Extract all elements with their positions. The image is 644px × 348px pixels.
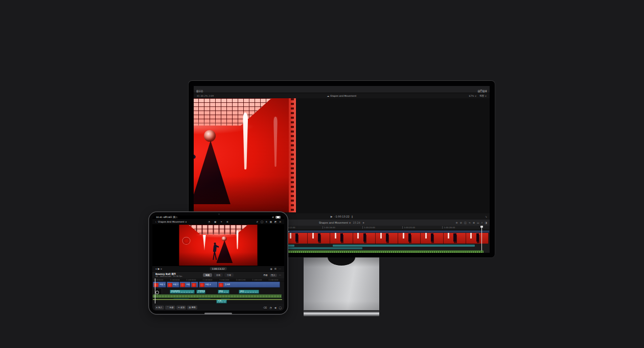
ipad: 10:41 4月18日 周二 ≋ ‹ Shapes And Movement ∨… xyxy=(148,211,288,315)
status-time: 10:41 xyxy=(156,216,163,219)
toolbar-icon[interactable]: ◔ xyxy=(208,221,210,223)
chrome-sphere xyxy=(204,130,216,142)
fcp-toolbar: ▥↓◴ ▤▦▥⬆ xyxy=(194,86,490,93)
background: ▥↓◴ ▤▦▥⬆ 41:30.2% 2:09 ☁ Shapes and Move… xyxy=(0,0,644,348)
ruler-tick: 1:00:06:00 xyxy=(187,279,196,280)
transport-icon[interactable]: ◉ xyxy=(270,267,272,270)
arch-light xyxy=(243,113,248,170)
ruler-tick: 1:00:28:00 xyxy=(442,226,455,229)
playhead[interactable] xyxy=(481,226,482,251)
clip-thumbnail xyxy=(200,283,204,288)
primary-storyline-clip[interactable] xyxy=(191,281,198,288)
cloud-icon: ☁ xyxy=(327,95,330,97)
browser-tab[interactable]: 音频 xyxy=(214,273,223,277)
arch-light xyxy=(236,230,239,249)
front-camera xyxy=(218,213,220,215)
ipad-bottom-toolbar: ▸插入⌒连接⇥追加▤覆盖 ⌫◔◀◯ xyxy=(152,304,284,311)
ipad-toolbar: ‹ Shapes And Movement ∨ ◔▣✶⊗ ↺◯π▦◩⊖ xyxy=(152,219,284,224)
previous-button[interactable]: « xyxy=(155,267,157,270)
clip-thumbnail xyxy=(168,283,172,288)
connected-title-clip[interactable]: 模糊 xyxy=(218,290,229,294)
project-meta: 4K · 3840×2160 · 23.98 fps xyxy=(155,275,182,277)
edit-action-button[interactable]: ▸插入 xyxy=(155,306,164,310)
toolbar-icon[interactable]: π xyxy=(266,221,267,223)
timeline-duration: 15:24 xyxy=(353,221,360,224)
ruler-tick: 1:00:20:00 xyxy=(362,226,375,229)
clip-thumbnail xyxy=(180,283,185,288)
transport-icon[interactable]: ⋯ xyxy=(279,267,281,270)
toolbar-icon[interactable]: ◯ xyxy=(261,221,263,223)
connected-title-clip[interactable]: 高光 xyxy=(239,290,259,294)
project-title: ☁ Shapes and Movement xyxy=(194,95,490,97)
status-date: 4月18日 周二 xyxy=(163,216,177,219)
connected-title-clip[interactable]: 移动和缩放 xyxy=(170,290,195,294)
edit-action-button[interactable]: ⌒连接 xyxy=(165,306,175,310)
ipad-music-track[interactable] xyxy=(153,294,282,298)
connected-title-clip[interactable]: 文本 xyxy=(216,299,227,303)
led-strip xyxy=(289,98,296,212)
primary-storyline-clip[interactable]: 片段 4 xyxy=(199,281,218,288)
audio-clip[interactable] xyxy=(333,245,475,247)
timecode-chip[interactable]: 1:00:13:22 xyxy=(210,267,227,270)
toolbar-icon[interactable]: ◩ xyxy=(274,221,277,223)
video-preview[interactable] xyxy=(194,98,296,212)
import-button[interactable]: 导入 xyxy=(270,274,277,277)
view-toggle-icon[interactable]: ⬆ xyxy=(485,90,487,93)
play-button[interactable]: ▶ xyxy=(158,267,160,270)
browser-tab[interactable]: 字幕 xyxy=(224,273,234,277)
ipad-timeline: 1:00:02:001:00:04:001:00:06:001:00:08:00… xyxy=(152,278,284,304)
battery-icon xyxy=(275,216,281,219)
ipad-status-bar: 10:41 4月18日 周二 ≋ xyxy=(152,215,284,219)
ruler-tick: 1:00:12:00 xyxy=(236,279,245,280)
toolbar-icon[interactable]: ⊖ xyxy=(279,221,281,223)
connected-title-clip[interactable]: 不透明度 xyxy=(196,290,205,294)
fcp-title-row: 41:30.2% 2:09 ☁ Shapes and Movement 67% … xyxy=(194,93,490,98)
next-button[interactable]: » xyxy=(160,267,162,270)
toolbar-icon[interactable]: ↺ xyxy=(256,221,258,223)
expand-icon[interactable]: ↘ xyxy=(485,215,487,218)
ipad-video-preview[interactable] xyxy=(179,225,258,266)
browser-tab[interactable]: 视频 xyxy=(203,273,212,277)
arch-light-dim xyxy=(273,117,278,167)
primary-storyline-clip[interactable]: 片段 3 xyxy=(179,281,190,288)
ipad-browser-bar: Bouncy Ball 项目 4K · 3840×2160 · 23.98 fp… xyxy=(152,271,284,278)
ruler-tick: 1:00:16:00 xyxy=(323,226,335,229)
transport-icon[interactable]: ⊞ xyxy=(274,267,277,270)
bottombar-icon[interactable]: ⌫ xyxy=(263,306,267,309)
ruler-tick: 1:00:24:00 xyxy=(402,226,415,229)
browser-icon[interactable]: ▦ xyxy=(265,274,267,276)
more-icon[interactable]: ⋯ xyxy=(279,274,282,276)
clip-thumbnail xyxy=(219,283,223,288)
toolbar-icon[interactable]: ▦ xyxy=(270,221,272,223)
chrome-sphere xyxy=(222,236,227,241)
monitor-stand xyxy=(304,257,379,311)
primary-storyline-clip[interactable]: 片段 2 xyxy=(167,281,179,288)
bottombar-icon[interactable]: ◔ xyxy=(269,306,271,309)
timeline-project-dropdown[interactable]: Shapes and Movement ∨ xyxy=(319,221,351,224)
audio-level-line xyxy=(153,299,282,300)
ruler-tick: 1:00:04:00 xyxy=(170,279,179,280)
primary-storyline-clip[interactable]: 主场景 xyxy=(218,281,280,288)
viewer-timecode: -1:00:13:22 xyxy=(335,215,350,218)
toolbar-icon[interactable]: ⊗ xyxy=(226,221,228,223)
toolbar-icon[interactable]: ✶ xyxy=(220,221,222,223)
edit-action-button[interactable]: ▤覆盖 xyxy=(187,306,197,310)
clip-title-bar[interactable]: Shapes Wide xyxy=(274,230,490,233)
viewer-pane xyxy=(194,98,490,213)
ipad-viewer xyxy=(152,224,284,266)
ipad-transport: « ▶ » 1:00:13:22 ◉⊞⋯ xyxy=(152,266,284,271)
play-button[interactable]: ▶ xyxy=(331,215,333,218)
ipad-playhead[interactable] xyxy=(155,278,155,303)
monitor-stand-base xyxy=(304,310,379,316)
toolbar-icon[interactable]: ▣ xyxy=(214,221,216,223)
edit-action-button[interactable]: ⇥追加 xyxy=(176,306,186,310)
wall-porthole xyxy=(182,237,191,245)
home-indicator[interactable] xyxy=(204,313,232,314)
skim-icon[interactable]: ∥ xyxy=(352,215,353,218)
toolbar-icon[interactable]: ◴ xyxy=(201,90,203,93)
window-light xyxy=(202,235,206,250)
bottombar-icon[interactable]: ◀ xyxy=(274,306,277,309)
chevron-down-icon: ∨ xyxy=(349,221,351,224)
bottombar-icon[interactable]: ◯ xyxy=(279,306,282,309)
add-project-button[interactable]: + xyxy=(362,221,364,224)
